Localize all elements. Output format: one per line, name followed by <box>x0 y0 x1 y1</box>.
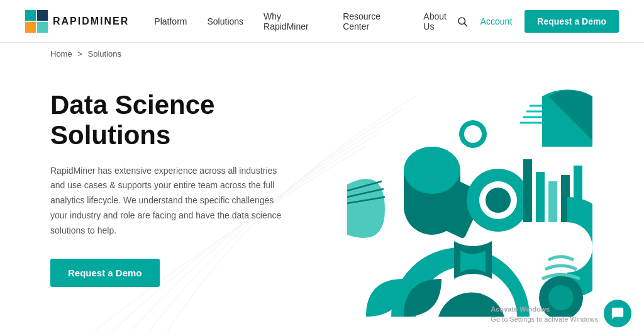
breadcrumb-separator: > <box>77 49 82 59</box>
navbar: RAPIDMINER Platform Solutions Why RapidM… <box>0 0 644 43</box>
watermark-line2: Go to Settings to activate Windows. <box>491 315 600 324</box>
nav-links: Platform Solutions Why RapidMiner Resour… <box>154 11 456 31</box>
breadcrumb-home[interactable]: Home <box>50 49 72 59</box>
hero-illustration <box>327 90 594 333</box>
hero-title: Data Science Solutions <box>50 90 327 151</box>
main-content: Data Science Solutions RapidMiner has ex… <box>0 65 644 333</box>
account-link[interactable]: Account <box>480 16 513 26</box>
hero-cta-button[interactable]: Request a Demo <box>50 259 160 287</box>
svg-rect-0 <box>25 10 36 21</box>
nav-why-rapidminer[interactable]: Why RapidMiner <box>264 11 323 31</box>
request-demo-button[interactable]: Request a Demo <box>525 10 619 33</box>
breadcrumb: Home > Solutions <box>0 43 644 65</box>
illustration-svg <box>328 84 592 317</box>
svg-rect-16 <box>523 159 532 222</box>
nav-resource-center[interactable]: Resource Center <box>343 11 403 31</box>
search-button[interactable] <box>457 16 468 27</box>
search-icon <box>457 16 468 27</box>
nav-solutions[interactable]: Solutions <box>207 16 243 26</box>
svg-line-5 <box>464 23 467 26</box>
windows-watermark: Activate Windows Go to Settings to activ… <box>491 305 600 324</box>
chat-bubble-button[interactable] <box>604 300 631 327</box>
logo[interactable]: RAPIDMINER <box>25 10 129 33</box>
rapidminer-logo-icon <box>25 10 48 33</box>
svg-rect-2 <box>25 22 36 33</box>
svg-rect-18 <box>548 181 557 222</box>
svg-rect-1 <box>37 10 48 21</box>
chat-icon <box>611 307 625 320</box>
watermark-line1: Activate Windows <box>491 305 600 314</box>
hero-description: RapidMiner has extensive experience acro… <box>50 164 283 239</box>
svg-rect-17 <box>536 172 545 222</box>
hero-content: Data Science Solutions RapidMiner has ex… <box>50 90 327 287</box>
logo-text: RAPIDMINER <box>53 16 129 27</box>
breadcrumb-current: Solutions <box>88 49 121 59</box>
nav-about-us[interactable]: About Us <box>423 11 456 31</box>
svg-point-24 <box>464 125 482 143</box>
svg-rect-3 <box>37 22 48 33</box>
nav-right: Account Request a Demo <box>457 10 619 33</box>
svg-point-15 <box>486 188 511 213</box>
nav-platform[interactable]: Platform <box>154 16 187 26</box>
svg-rect-11 <box>404 147 460 194</box>
